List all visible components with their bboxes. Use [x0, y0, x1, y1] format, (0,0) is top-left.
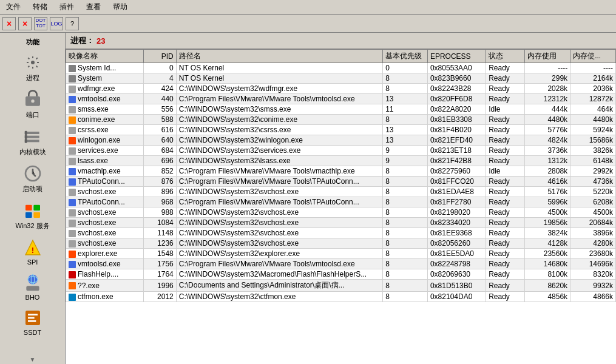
- port-icon: [23, 90, 42, 109]
- spi-icon: !: [23, 238, 42, 257]
- col-name[interactable]: 映像名称: [66, 50, 144, 63]
- cell-name: svchost.exe: [66, 207, 144, 218]
- cell-pid: 588: [144, 115, 176, 125]
- table-row[interactable]: csrss.exe 616 C:\WINDOWS\system32\csrss.…: [66, 125, 616, 135]
- sidebar-scroll-down[interactable]: ▼: [0, 354, 65, 364]
- table-row[interactable]: vmacthlp.exe 852 C:\Program Files\VMware…: [66, 166, 616, 177]
- table-row[interactable]: lsass.exe 696 C:\WINDOWS\system32\lsass.…: [66, 156, 616, 166]
- cell-status: Ready: [486, 63, 525, 73]
- menu-plugin[interactable]: 插件: [56, 1, 78, 13]
- cell-mem: 444k: [525, 104, 570, 115]
- sidebar-ssdt-label: SSDT: [24, 329, 41, 336]
- cell-mem: ----: [525, 63, 570, 73]
- table-row[interactable]: TPAutoConn... 968 C:\Program Files\VMwar…: [66, 197, 616, 207]
- table-row[interactable]: ??.exe 1996 C:\Documents and Settings\Ad…: [66, 280, 616, 292]
- cell-eprocess: 0x81FFCO20: [427, 177, 486, 187]
- sidebar-item-bho[interactable]: BHO: [0, 269, 65, 305]
- sidebar-item-ssdt[interactable]: SSDT: [0, 305, 65, 340]
- stop-button[interactable]: ×: [18, 17, 32, 30]
- col-pid[interactable]: PID: [144, 50, 176, 63]
- sidebar-item-win32[interactable]: Win32 服务: [0, 197, 65, 234]
- cell-path: C:\WINDOWS\system32\conime.exe: [176, 115, 382, 125]
- cell-pid: 616: [144, 125, 176, 135]
- col-path[interactable]: 路径名: [176, 50, 382, 63]
- cell-mem: 4500k: [525, 207, 570, 218]
- menu-dump[interactable]: 转储: [29, 1, 51, 13]
- svg-point-2: [31, 99, 34, 103]
- cell-pid: 1996: [144, 280, 176, 292]
- table-row[interactable]: explorer.exe 1548 C:\WINDOWS\system32\ex…: [66, 249, 616, 259]
- table-row[interactable]: FlashHelp.... 1764 C:\WINDOWS\system32\M…: [66, 269, 616, 280]
- cell-priority: 8: [383, 73, 428, 84]
- cell-mem: 4616k: [525, 177, 570, 187]
- menu-view[interactable]: 查看: [83, 1, 104, 13]
- cell-eprocess: 0x81EDA4E8: [427, 187, 486, 197]
- cell-name: System Id...: [66, 63, 144, 73]
- table-row[interactable]: vmtoolsd.exe 440 C:\Program Files\VMware…: [66, 94, 616, 104]
- cell-path: C:\Documents and Settings\Administrator\…: [176, 280, 382, 292]
- menu-file[interactable]: 文件: [2, 1, 24, 13]
- cell-path: NT OS Kernel: [176, 63, 382, 73]
- table-row[interactable]: svchost.exe 1148 C:\WINDOWS\system32\svc…: [66, 228, 616, 238]
- cell-status: Ready: [486, 259, 525, 269]
- table-row[interactable]: System 4 NT OS Kernel 8 0x823B9660 Ready…: [66, 73, 616, 84]
- col-priority[interactable]: 基本优先级: [383, 50, 428, 63]
- table-header-row: 映像名称 PID 路径名 基本优先级 EPROCESS 状态 内存使用 内存使.…: [66, 50, 616, 63]
- process-label: 进程：: [70, 35, 94, 46]
- table-row[interactable]: System Id... 0 NT OS Kernel 0 0x80553AA0…: [66, 63, 616, 73]
- cell-pid: 988: [144, 207, 176, 218]
- sidebar-item-port[interactable]: 端口: [0, 86, 65, 123]
- cell-path: NT OS Kernel: [176, 73, 382, 84]
- cell-mem2: 464k: [570, 104, 616, 115]
- cell-mem: 8620k: [525, 280, 570, 292]
- cell-path: C:\WINDOWS\system32\lsass.exe: [176, 156, 382, 166]
- table-row[interactable]: svchost.exe 988 C:\WINDOWS\system32\svch…: [66, 207, 616, 218]
- cell-priority: 8: [383, 84, 428, 94]
- cell-mem: 12312k: [525, 94, 570, 104]
- table-row[interactable]: services.exe 684 C:\WINDOWS\system32\ser…: [66, 146, 616, 156]
- sidebar-item-spi[interactable]: ! SPI: [0, 234, 65, 269]
- table-row[interactable]: winlogon.exe 640 C:\WINDOWS\system32\win…: [66, 135, 616, 146]
- svg-rect-23: [28, 320, 36, 322]
- help-button[interactable]: ?: [66, 17, 79, 30]
- table-row[interactable]: svchost.exe 1084 C:\WINDOWS\system32\svc…: [66, 218, 616, 228]
- sidebar-item-kernel[interactable]: 内核模块: [0, 123, 65, 160]
- col-mem2[interactable]: 内存使...: [570, 50, 616, 63]
- cell-mem2: 4500k: [570, 207, 616, 218]
- table-row[interactable]: svchost.exe 896 C:\WINDOWS\system32\svch…: [66, 187, 616, 197]
- cell-mem2: 2164k: [570, 73, 616, 84]
- sidebar-item-startup[interactable]: 启动项: [0, 160, 65, 197]
- col-status[interactable]: 状态: [486, 50, 525, 63]
- table-row[interactable]: wdfmgr.exe 424 C:\WINDOWS\system32\wdfmg…: [66, 84, 616, 94]
- process-table-container[interactable]: 映像名称 PID 路径名 基本优先级 EPROCESS 状态 内存使用 内存使.…: [66, 49, 616, 364]
- process-icon: [23, 53, 42, 72]
- cell-mem: 5996k: [525, 197, 570, 207]
- cell-status: Ready: [486, 238, 525, 249]
- table-row[interactable]: TPAutoConn... 876 C:\Program Files\VMwar…: [66, 177, 616, 187]
- table-row[interactable]: ctfmon.exe 2012 C:\WINDOWS\system32\ctfm…: [66, 292, 616, 302]
- cell-priority: 8: [383, 228, 428, 238]
- cell-path: C:\WINDOWS\system32\svchost.exe: [176, 238, 382, 249]
- cell-eprocess: 0x82248798: [427, 259, 486, 269]
- dot-tot-button[interactable]: DOTTOT: [34, 17, 47, 30]
- table-row[interactable]: svchost.exe 1236 C:\WINDOWS\system32\svc…: [66, 238, 616, 249]
- cell-eprocess: 0x81EE5DA0: [427, 249, 486, 259]
- log-button[interactable]: LOG: [50, 17, 63, 30]
- cell-name: vmtoolsd.exe: [66, 259, 144, 269]
- cell-eprocess: 0x82104DA0: [427, 292, 486, 302]
- cell-path: C:\WINDOWS\system32\svchost.exe: [176, 228, 382, 238]
- cell-pid: 556: [144, 104, 176, 115]
- table-row[interactable]: smss.exe 556 C:\WINDOWS\system32\smss.ex…: [66, 104, 616, 115]
- close-button[interactable]: ×: [2, 17, 16, 30]
- col-mem[interactable]: 内存使用: [525, 50, 570, 63]
- cell-eprocess: 0x81EB3308: [427, 115, 486, 125]
- cell-priority: 8: [383, 269, 428, 280]
- table-row[interactable]: vmtoolsd.exe 1756 C:\Program Files\VMwar…: [66, 259, 616, 269]
- menu-help[interactable]: 帮助: [109, 1, 131, 13]
- sidebar-spi-label: SPI: [27, 258, 38, 266]
- cell-mem2: 4280k: [570, 238, 616, 249]
- table-row[interactable]: conime.exe 588 C:\WINDOWS\system32\conim…: [66, 115, 616, 125]
- sidebar-item-process[interactable]: 进程: [0, 49, 65, 86]
- col-eprocess[interactable]: EPROCESS: [427, 50, 486, 63]
- cell-mem: 2808k: [525, 166, 570, 177]
